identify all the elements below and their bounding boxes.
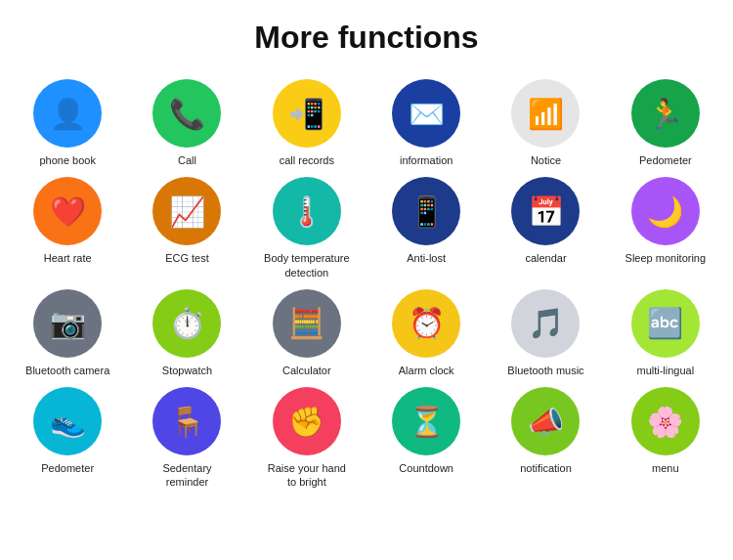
sleep-monitoring-icon: 🌙 — [631, 177, 700, 245]
calculator-icon: 🧮 — [273, 289, 341, 358]
sedentary-reminder-icon: 🪑 — [152, 387, 221, 455]
pedometer-2-icon: 👟 — [33, 387, 102, 455]
call-icon: 📞 — [152, 79, 221, 148]
bluetooth-music-icon: 🎵 — [511, 289, 580, 358]
feature-pedometer-1: 🏃Pedometer — [608, 79, 723, 167]
information-icon: ✉️ — [392, 79, 460, 148]
body-temp-icon: 🌡️ — [273, 177, 341, 245]
notice-icon: 📶 — [511, 79, 580, 148]
feature-ecg-test: 📈ECG test — [129, 177, 244, 280]
call-records-label: call records — [280, 153, 334, 167]
feature-information: ✉️information — [368, 79, 484, 167]
menu-label: menu — [652, 461, 679, 475]
menu-icon: 🌸 — [631, 387, 700, 455]
feature-countdown: ⏳Countdown — [368, 387, 484, 490]
calculator-label: Calculator — [282, 364, 331, 377]
pedometer-2-label: Pedometer — [41, 461, 94, 475]
stopwatch-icon: ⏱️ — [152, 289, 221, 358]
anti-lost-icon: 📱 — [392, 177, 460, 245]
raise-hand-icon: ✊ — [273, 387, 341, 455]
feature-bluetooth-camera: 📷Bluetooth camera — [10, 289, 125, 377]
call-records-icon: 📲 — [273, 79, 341, 148]
feature-menu: 🌸menu — [608, 387, 723, 490]
multi-lingual-label: multi-lingual — [636, 364, 694, 377]
feature-notification: 📣notification — [488, 387, 603, 490]
features-grid: 👤phone book📞Call📲call records✉️informati… — [10, 79, 723, 490]
notice-label: Notice — [531, 153, 561, 167]
countdown-label: Countdown — [399, 461, 453, 475]
feature-alarm-clock: ⏰Alarm clock — [368, 289, 484, 377]
notification-icon: 📣 — [511, 387, 580, 455]
body-temp-label: Body temperature detection — [263, 251, 351, 280]
call-label: Call — [178, 153, 196, 167]
feature-stopwatch: ⏱️Stopwatch — [129, 289, 244, 377]
calendar-label: calendar — [525, 251, 566, 265]
feature-multi-lingual: 🔤multi-lingual — [608, 289, 723, 377]
heart-rate-icon: ❤️ — [33, 177, 102, 245]
sleep-monitoring-label: Sleep monitoring — [625, 251, 707, 265]
heart-rate-label: Heart rate — [44, 251, 92, 265]
feature-heart-rate: ❤️Heart rate — [10, 177, 125, 280]
ecg-test-icon: 📈 — [152, 177, 221, 245]
feature-call: 📞Call — [129, 79, 244, 167]
information-label: information — [400, 153, 453, 167]
feature-sedentary-reminder: 🪑Sedentary reminder — [129, 387, 244, 490]
feature-phone-book: 👤phone book — [10, 79, 125, 167]
countdown-icon: ⏳ — [392, 387, 460, 455]
notification-label: notification — [520, 461, 572, 475]
bluetooth-music-label: Bluetooth music — [507, 364, 583, 377]
feature-anti-lost: 📱Anti-lost — [368, 177, 484, 280]
alarm-clock-icon: ⏰ — [392, 289, 460, 358]
page-title: More functions — [254, 20, 478, 56]
multi-lingual-icon: 🔤 — [631, 289, 700, 358]
alarm-clock-label: Alarm clock — [399, 364, 454, 377]
phone-book-icon: 👤 — [33, 79, 102, 148]
stopwatch-label: Stopwatch — [162, 364, 212, 377]
bluetooth-camera-label: Bluetooth camera — [25, 364, 109, 377]
sedentary-reminder-label: Sedentary reminder — [143, 461, 231, 490]
feature-sleep-monitoring: 🌙Sleep monitoring — [608, 177, 723, 280]
feature-bluetooth-music: 🎵Bluetooth music — [488, 289, 603, 377]
bluetooth-camera-icon: 📷 — [33, 289, 102, 358]
feature-calendar: 📅calendar — [488, 177, 603, 280]
feature-pedometer-2: 👟Pedometer — [10, 387, 125, 490]
phone-book-label: phone book — [39, 153, 96, 167]
feature-calculator: 🧮Calculator — [249, 289, 365, 377]
raise-hand-label: Raise your hand to bright — [263, 461, 351, 490]
calendar-icon: 📅 — [511, 177, 580, 245]
pedometer-1-icon: 🏃 — [631, 79, 700, 148]
feature-body-temp: 🌡️Body temperature detection — [249, 177, 365, 280]
feature-notice: 📶Notice — [488, 79, 603, 167]
anti-lost-label: Anti-lost — [407, 251, 446, 265]
pedometer-1-label: Pedometer — [639, 153, 692, 167]
feature-call-records: 📲call records — [249, 79, 365, 167]
feature-raise-hand: ✊Raise your hand to bright — [249, 387, 365, 490]
ecg-test-label: ECG test — [165, 251, 209, 265]
